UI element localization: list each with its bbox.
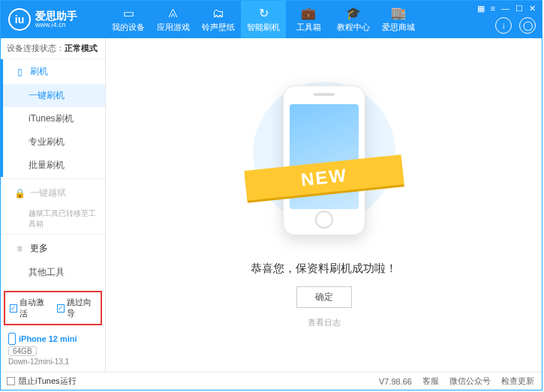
- sidebar-section-more: ≡ 更多 其他工具 下载固件 高级功能: [1, 236, 105, 289]
- tab-store[interactable]: 🏬爱思商城: [376, 1, 421, 38]
- sidebar-item-itunes-flash[interactable]: iTunes刷机: [3, 107, 105, 130]
- sidebar-header-more[interactable]: ≡ 更多: [3, 236, 105, 261]
- tab-apps-games[interactable]: ⩓应用游戏: [151, 1, 196, 38]
- ok-button[interactable]: 确定: [296, 286, 352, 308]
- close-button[interactable]: ✕: [529, 4, 536, 13]
- body: 设备连接状态：正常模式 ▯ 刷机 一键刷机 iTunes刷机 专业刷机 批量刷机: [1, 38, 542, 372]
- sidebar-header-flash[interactable]: ▯ 刷机: [3, 59, 105, 84]
- phone-icon: ▯: [14, 67, 26, 77]
- connection-status: 设备连接状态：正常模式: [1, 38, 105, 59]
- store-icon: 🏬: [391, 7, 406, 22]
- tab-smart-flash[interactable]: ↻智能刷机: [241, 1, 286, 38]
- tab-tutorials[interactable]: 🎓教程中心: [331, 1, 376, 38]
- success-message: 恭喜您，保资料刷机成功啦！: [251, 262, 397, 276]
- grad-cap-icon: 🎓: [346, 7, 361, 22]
- sidebar-item-other-tools[interactable]: 其他工具: [3, 261, 105, 284]
- main-panel: NEW 恭喜您，保资料刷机成功啦！ 确定 查看日志: [106, 38, 542, 372]
- checkbox-skip-guide[interactable]: ✓跳过向导: [57, 297, 97, 319]
- sidebar-section-flash: ▯ 刷机 一键刷机 iTunes刷机 专业刷机 批量刷机: [1, 59, 105, 177]
- minimize-button[interactable]: —: [501, 4, 509, 13]
- statusbar: 阻止iTunes运行 V7.98.66 客服 微信公众号 检查更新: [1, 372, 542, 390]
- app-url: www.i4.cn: [35, 21, 77, 28]
- tab-my-device[interactable]: ▭我的设备: [106, 1, 151, 38]
- titlebar: iu 爱思助手 www.i4.cn ▭我的设备 ⩓应用游戏 🗂铃声壁纸 ↻智能刷…: [1, 1, 542, 38]
- download-icon[interactable]: ↓: [495, 17, 512, 34]
- window-controls: ▦ ≡ — ☐ ✕ ↓ ◯: [477, 1, 542, 38]
- refresh-icon: ↻: [259, 7, 269, 22]
- tab-toolbox[interactable]: 💼工具箱: [286, 1, 331, 38]
- top-tabs: ▭我的设备 ⩓应用游戏 🗂铃声壁纸 ↻智能刷机 💼工具箱 🎓教程中心 🏬爱思商城: [106, 1, 421, 38]
- app-name: 爱思助手: [35, 10, 77, 21]
- phone-icon: ▭: [123, 7, 134, 22]
- device-storage-badge: 64GB: [8, 346, 37, 356]
- logo-icon: iu: [8, 8, 31, 31]
- app-window: iu 爱思助手 www.i4.cn ▭我的设备 ⩓应用游戏 🗂铃声壁纸 ↻智能刷…: [0, 0, 542, 391]
- logo: iu 爱思助手 www.i4.cn: [1, 8, 106, 31]
- sidebar-item-download-fw[interactable]: 下载固件: [3, 284, 105, 289]
- list-icon: ≡: [14, 244, 26, 254]
- sidebar-header-jailbreak[interactable]: 🔒 一键越狱: [3, 181, 105, 205]
- view-log-link[interactable]: 查看日志: [308, 317, 341, 328]
- checkbox-auto-activate[interactable]: ✓自动激活: [10, 297, 50, 319]
- version-label: V7.98.66: [379, 377, 412, 386]
- skin-button[interactable]: ▦: [477, 4, 485, 13]
- user-icon[interactable]: ◯: [519, 17, 536, 34]
- success-illustration: NEW: [268, 82, 380, 239]
- customer-service-link[interactable]: 客服: [422, 376, 439, 387]
- sidebar-section-jailbreak: 🔒 一键越狱 越狱工具已转移至工具箱: [1, 181, 105, 232]
- device-subtitle: Down-12mini-13,1: [8, 358, 98, 366]
- maximize-button[interactable]: ☐: [515, 4, 523, 13]
- lock-icon: 🔒: [14, 188, 26, 199]
- options-highlight-box: ✓自动激活 ✓跳过向导: [4, 291, 102, 325]
- sidebar: 设备连接状态：正常模式 ▯ 刷机 一键刷机 iTunes刷机 专业刷机 批量刷机: [1, 38, 106, 372]
- menu-button[interactable]: ≡: [491, 4, 495, 13]
- sidebar-item-pro-flash[interactable]: 专业刷机: [3, 130, 105, 154]
- jailbreak-note: 越狱工具已转移至工具箱: [3, 205, 105, 232]
- apps-icon: ⩓: [167, 7, 179, 22]
- sidebar-item-oneclick-flash[interactable]: 一键刷机: [3, 84, 105, 107]
- checkbox-block-itunes[interactable]: 阻止iTunes运行: [7, 376, 77, 387]
- sidebar-item-batch-flash[interactable]: 批量刷机: [3, 154, 105, 177]
- wechat-link[interactable]: 微信公众号: [449, 376, 491, 387]
- device-name: iPhone 12 mini: [8, 333, 98, 345]
- device-card[interactable]: iPhone 12 mini 64GB Down-12mini-13,1: [5, 330, 101, 369]
- briefcase-icon: 💼: [301, 7, 316, 22]
- folder-icon: 🗂: [212, 7, 224, 22]
- check-update-link[interactable]: 检查更新: [501, 376, 534, 387]
- tab-ringtones[interactable]: 🗂铃声壁纸: [196, 1, 241, 38]
